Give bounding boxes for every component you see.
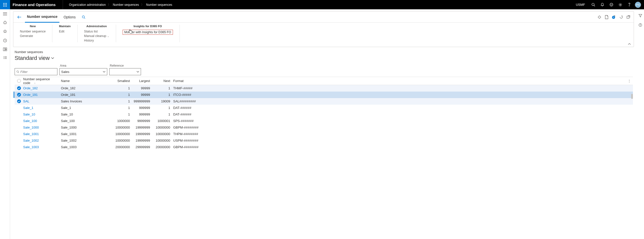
attachments-button[interactable]: 0 bbox=[612, 15, 616, 19]
reference-dropdown[interactable] bbox=[109, 68, 141, 75]
cell-code[interactable]: SAL bbox=[23, 99, 61, 103]
cell-code[interactable]: Sale_10 bbox=[23, 112, 61, 116]
cell-code[interactable]: Sale_1002 bbox=[23, 139, 61, 142]
table-row[interactable]: Sale_1001Sale_10011000000019999999100000… bbox=[15, 131, 633, 137]
table-row[interactable]: Sale_10Sale_1019999991DAT-###### bbox=[15, 111, 633, 118]
table-row[interactable]: Orde_182Orde_1821999991THMF-##### bbox=[15, 85, 633, 92]
avatar[interactable]: PS bbox=[635, 2, 641, 8]
view-selector[interactable]: Standard view bbox=[15, 55, 633, 61]
cell-code[interactable]: Sale_1 bbox=[23, 106, 61, 110]
action-manual-cleanup[interactable]: Manual cleanup ⌄ bbox=[84, 34, 109, 38]
personalize-button[interactable] bbox=[597, 15, 601, 19]
row-select[interactable] bbox=[15, 93, 23, 97]
breadcrumb-item[interactable]: Organization administration bbox=[69, 3, 106, 7]
cell-largest: 999999 bbox=[131, 106, 152, 110]
svg-point-37 bbox=[640, 24, 640, 24]
nav-home[interactable] bbox=[3, 20, 7, 24]
action-edit[interactable]: Edit bbox=[59, 30, 64, 33]
table-row[interactable]: SALSales Invoices199999999919009SAL#####… bbox=[15, 98, 633, 105]
cell-format: DAT-###### bbox=[172, 106, 625, 110]
row-select[interactable] bbox=[15, 86, 23, 90]
cell-code[interactable]: Sale_1000 bbox=[23, 126, 61, 129]
funnel-icon bbox=[638, 14, 642, 18]
table-row[interactable]: Sale_100Sale_100100000099999991000001SPS… bbox=[15, 118, 633, 124]
ribbon-group-title: Insights for D365 FO bbox=[123, 25, 173, 28]
col-smallest[interactable]: Smallest bbox=[111, 79, 131, 83]
svg-rect-2 bbox=[6, 3, 7, 4]
ribbon-group-administration: Administration Status list Manual cleanu… bbox=[78, 25, 116, 42]
cell-largest: 19999999 bbox=[131, 126, 152, 129]
cell-name: Sale_100 bbox=[61, 119, 111, 123]
notifications-button[interactable] bbox=[598, 0, 607, 9]
cell-code[interactable]: Orde_191 bbox=[23, 93, 61, 97]
breadcrumb-item[interactable]: Number sequences bbox=[146, 3, 172, 7]
cell-code[interactable]: Sale_1001 bbox=[23, 132, 61, 136]
nav-workspaces[interactable] bbox=[3, 48, 7, 51]
action-status-list[interactable]: Status list bbox=[84, 30, 98, 33]
table-row[interactable]: Sale_1002Sale_10021000000019999999100000… bbox=[15, 137, 633, 144]
related-info-button[interactable] bbox=[638, 14, 642, 18]
cell-name: Sale_1003 bbox=[61, 145, 111, 149]
svg-rect-20 bbox=[3, 48, 5, 51]
action-monitor-insights[interactable]: Monitor with Insights for D365 FO bbox=[123, 30, 173, 35]
action-number-sequence[interactable]: Number sequence bbox=[20, 30, 46, 33]
company-selector[interactable]: USMF bbox=[572, 3, 589, 7]
svg-rect-6 bbox=[3, 6, 4, 7]
col-format[interactable]: Format bbox=[172, 79, 625, 83]
action-generate[interactable]: Generate bbox=[20, 34, 33, 38]
col-next[interactable]: Next bbox=[152, 79, 172, 83]
cell-code[interactable]: Sale_100 bbox=[23, 119, 61, 123]
popout-button[interactable] bbox=[627, 15, 630, 19]
col-largest[interactable]: Largest bbox=[131, 79, 152, 83]
table-row[interactable]: Sale_1Sale_119999991DAT-###### bbox=[15, 105, 633, 111]
settings-button[interactable] bbox=[616, 0, 625, 9]
cell-next: 1 bbox=[152, 86, 172, 90]
nav-hamburger[interactable] bbox=[3, 12, 7, 15]
area-dropdown[interactable]: Sales bbox=[59, 68, 107, 75]
nav-recent[interactable] bbox=[3, 38, 7, 43]
topbar: Finance and Operations Organization admi… bbox=[0, 0, 644, 9]
nav-modules[interactable] bbox=[3, 56, 7, 59]
help-button[interactable] bbox=[625, 0, 634, 9]
back-button[interactable] bbox=[16, 14, 23, 20]
cell-code[interactable]: Sale_1003 bbox=[23, 145, 61, 149]
tab-options[interactable]: Options bbox=[61, 12, 78, 23]
collapse-ribbon-button[interactable] bbox=[628, 43, 631, 45]
ribbon-search[interactable] bbox=[80, 12, 87, 23]
breadcrumb-item[interactable]: Number sequences bbox=[113, 3, 139, 7]
svg-point-9 bbox=[592, 3, 594, 6]
tab-number-sequence[interactable]: Number sequence bbox=[25, 12, 59, 23]
cell-next: 10000000 bbox=[152, 126, 172, 129]
info-button[interactable] bbox=[638, 23, 642, 27]
col-name[interactable]: Name bbox=[61, 79, 111, 83]
feedback-button[interactable] bbox=[607, 0, 616, 9]
svg-point-29 bbox=[82, 16, 84, 18]
col-code[interactable]: Number sequence code↑ bbox=[23, 77, 61, 85]
cell-next: 1 bbox=[152, 112, 172, 116]
grid-menu-button[interactable]: ⋮ bbox=[625, 79, 633, 83]
arrow-left-icon bbox=[17, 15, 21, 19]
cell-next: 10000000 bbox=[152, 132, 172, 136]
open-excel-button[interactable] bbox=[605, 15, 608, 19]
refresh-button[interactable] bbox=[619, 15, 623, 19]
cell-largest: 99999 bbox=[131, 86, 152, 90]
question-icon bbox=[628, 3, 631, 7]
table-row[interactable]: Sale_1000Sale_10001000000019999999100000… bbox=[15, 124, 633, 131]
search-button[interactable] bbox=[589, 0, 598, 9]
app-launcher-button[interactable] bbox=[0, 0, 10, 9]
table-row[interactable]: Orde_191Orde_1911999991ITCO-##### bbox=[15, 92, 633, 98]
filter-input[interactable] bbox=[20, 70, 56, 74]
nav-favorites[interactable] bbox=[3, 29, 7, 33]
action-history[interactable]: History bbox=[84, 39, 94, 42]
table-row[interactable]: Sale_1003Sale_10032000000029999999200000… bbox=[15, 144, 633, 150]
row-select[interactable] bbox=[15, 99, 23, 103]
cell-code[interactable]: Orde_182 bbox=[23, 86, 61, 90]
svg-point-33 bbox=[17, 71, 18, 72]
select-all[interactable] bbox=[15, 79, 23, 83]
filter-input-wrapper[interactable] bbox=[15, 68, 57, 75]
cell-format: USPM-######## bbox=[172, 139, 625, 142]
chevron-right-icon: 〉 bbox=[108, 3, 111, 7]
scrollbar-thumb[interactable] bbox=[631, 94, 633, 99]
cell-format: DAT-###### bbox=[172, 112, 625, 116]
view-title-text: Standard view bbox=[15, 55, 50, 61]
